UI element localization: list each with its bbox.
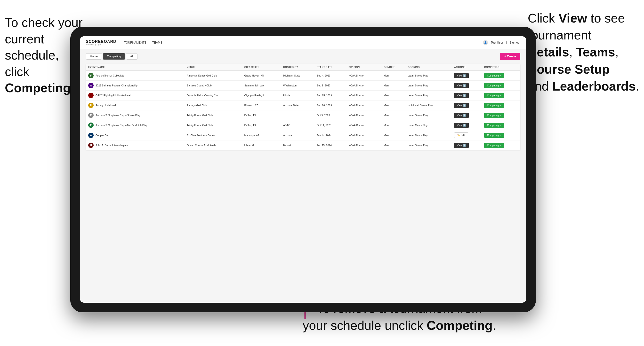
nav-right: 👤 Test User | Sign out [483,40,520,45]
team-logo: A [88,133,94,138]
cell-hosted-by: ABAC [281,120,314,130]
cell-division: NCAA Division I [346,81,381,91]
col-gender: GENDER [382,64,406,71]
main-content: Home Competing All + Create EVENT NAME V… [80,49,526,303]
cell-hosted-by: Hawaii [281,141,314,150]
col-hosted-by: HOSTED BY [281,64,314,71]
nav-link-teams[interactable]: TEAMS [152,40,162,45]
nav-link-tournaments[interactable]: TOURNAMENTS [124,40,146,45]
nav-brand: SCOREBOARD Powered by clippi [86,39,116,45]
view-button[interactable]: View ℹ️ [454,113,469,118]
table-row: JS Jackson T. Stephens Cup – Stroke Play… [86,110,520,120]
cell-start-date: Sep 9, 2023 [314,81,346,91]
cell-start-date: Oct 9, 2023 [314,110,346,120]
cell-gender: Men [382,71,406,81]
nav-divider: | [506,41,507,44]
table-row: JS Jackson T. Stephens Cup – Men's Match… [86,120,520,130]
tab-all[interactable]: All [126,53,138,60]
cell-scoring: team, Stroke Play [406,71,452,81]
cell-event-name: A Copper Cup [86,130,184,141]
table-header-row: EVENT NAME VENUE CITY, STATE HOSTED BY S… [86,64,520,71]
cell-scoring: individual, Stroke Play [406,101,452,110]
cell-competing: Competing ✓ [482,71,520,81]
tablet-screen: SCOREBOARD Powered by clippi TOURNAMENTS… [80,36,526,303]
user-icon: 👤 [483,40,488,45]
cell-venue: Sahalee Country Club [184,81,242,91]
event-name-text: Jackson T. Stephens Cup – Men's Match Pl… [96,124,147,127]
nav-links: TOURNAMENTS TEAMS [124,40,483,45]
filter-bar: Home Competing All + Create [86,53,520,60]
cell-start-date: Oct 11, 2023 [314,120,346,130]
cell-division: NCAA Division I [346,130,381,141]
view-button[interactable]: View ℹ️ [454,123,469,128]
event-name-text: John A. Burns Intercollegiate [96,144,128,147]
cell-start-date: Jan 14, 2024 [314,130,346,141]
cell-actions: View ℹ️ [452,141,482,150]
table-row: W 2023 Sahalee Players Championship Saha… [86,81,520,91]
user-label: Test User [491,41,503,44]
tab-home[interactable]: Home [86,53,102,60]
cell-event-name: W 2023 Sahalee Players Championship [86,81,184,91]
table-row: F Folds of Honor Collegiate American Dun… [86,71,520,81]
cell-city-state: Dallas, TX [242,120,281,130]
cell-city-state: Grand Haven, MI [242,71,281,81]
cell-competing: Competing ✓ [482,101,520,110]
cell-competing: Competing ✓ [482,130,520,141]
edit-button[interactable]: ✏️ Edit [454,133,468,138]
cell-actions: View ℹ️ [452,91,482,101]
event-name-text: OFCC Fighting Illini Invitational [96,94,130,97]
cell-competing: Competing ✓ [482,91,520,101]
competing-button[interactable]: Competing ✓ [484,133,504,138]
cell-division: NCAA Division I [346,120,381,130]
cell-city-state: Sammamish, WA [242,81,281,91]
tournaments-table: EVENT NAME VENUE CITY, STATE HOSTED BY S… [86,64,520,150]
cell-gender: Men [382,130,406,141]
nav-bar: SCOREBOARD Powered by clippi TOURNAMENTS… [80,36,526,49]
competing-button[interactable]: Competing ✓ [484,113,504,118]
cell-division: NCAA Division I [346,101,381,110]
team-logo: JS [88,123,94,128]
cell-actions: View ℹ️ [452,81,482,91]
cell-actions: View ℹ️ [452,101,482,110]
view-button[interactable]: View ℹ️ [454,143,469,148]
cell-city-state: Olympia Fields, IL [242,91,281,101]
cell-actions: View ℹ️ [452,120,482,130]
competing-button[interactable]: Competing ✓ [484,73,504,78]
col-city-state: CITY, STATE [242,64,281,71]
view-button[interactable]: View ℹ️ [454,83,469,88]
cell-city-state: Phoenix, AZ [242,101,281,110]
cell-start-date: Sep 4, 2023 [314,71,346,81]
cell-city-state: Lihue, HI [242,141,281,150]
col-start-date: START DATE [314,64,346,71]
tournaments-table-container: EVENT NAME VENUE CITY, STATE HOSTED BY S… [86,64,520,150]
cell-gender: Men [382,81,406,91]
cell-competing: Competing ✓ [482,120,520,130]
competing-button[interactable]: Competing ✓ [484,93,504,98]
competing-button[interactable]: Competing ✓ [484,123,504,128]
table-row: P Papago Individual Papago Golf ClubPhoe… [86,101,520,110]
competing-button[interactable]: Competing ✓ [484,83,504,88]
col-scoring: SCORING [406,64,452,71]
cell-division: NCAA Division I [346,91,381,101]
col-competing: COMPETING [482,64,520,71]
cell-actions: View ℹ️ [452,71,482,81]
create-button[interactable]: + Create [500,53,520,60]
cell-city-state: Maricopa, AZ [242,130,281,141]
view-button[interactable]: View ℹ️ [454,93,469,98]
col-event-name: EVENT NAME [86,64,184,71]
cell-scoring: team, Match Play [406,130,452,141]
view-button[interactable]: View ℹ️ [454,73,469,78]
tablet: SCOREBOARD Powered by clippi TOURNAMENTS… [70,27,536,312]
team-logo: I [88,93,94,98]
competing-button[interactable]: Competing ✓ [484,143,504,148]
cell-venue: Olympia Fields Country Club [184,91,242,101]
event-name-text: Jackson T. Stephens Cup – Stroke Play [96,114,140,117]
competing-button[interactable]: Competing ✓ [484,103,504,108]
cell-venue: Trinity Forest Golf Club [184,110,242,120]
sign-out-link[interactable]: Sign out [510,40,520,45]
tab-competing[interactable]: Competing [103,53,125,60]
cell-gender: Men [382,141,406,150]
cell-division: NCAA Division I [346,141,381,150]
view-button[interactable]: View ℹ️ [454,103,469,108]
cell-hosted-by: Washington [281,81,314,91]
